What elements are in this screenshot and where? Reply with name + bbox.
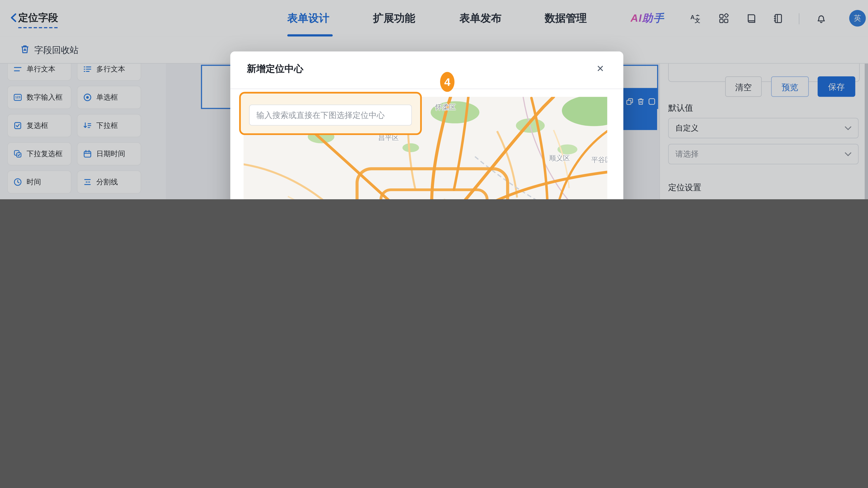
- search-input[interactable]: [249, 105, 412, 126]
- modal-title: 新增定位中心: [247, 63, 303, 75]
- district-label: 顺义区: [549, 154, 570, 163]
- close-icon[interactable]: ×: [597, 61, 604, 76]
- annotation-badge-4: 4: [440, 72, 455, 92]
- app-root: 定位字段 表单设计 扩展功能 表单发布 数据管理 AI助手 英 字段回收站 清空…: [0, 0, 868, 199]
- modal-divider: [230, 89, 623, 89]
- annotation-box-search: [239, 92, 422, 135]
- district-label: 怀柔区: [435, 103, 456, 112]
- add-location-center-modal: 新增定位中心 ×: [230, 52, 623, 199]
- district-label: 平谷区: [591, 156, 608, 165]
